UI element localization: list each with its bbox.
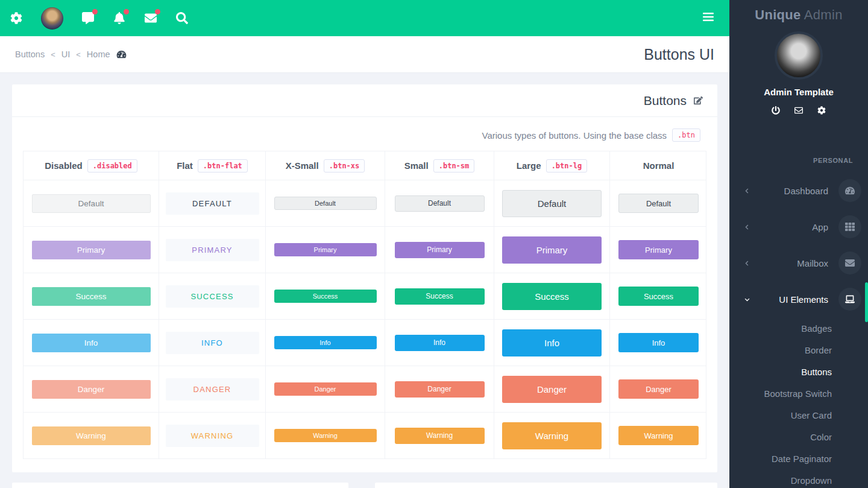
info-disabled-button: Info bbox=[32, 334, 151, 352]
user-avatar[interactable] bbox=[41, 7, 63, 30]
sidebar-menu: DashboardAppMailboxUI Elements bbox=[729, 173, 868, 317]
primary-lg-button[interactable]: Primary bbox=[502, 236, 602, 264]
cell-danger-disabled: Danger bbox=[24, 366, 159, 412]
laptop-icon bbox=[838, 288, 861, 311]
sidebar-item-dashboard[interactable]: Dashboard bbox=[729, 173, 868, 209]
cell-success-flat: Success bbox=[159, 273, 266, 319]
primary-normal-button[interactable]: Primary bbox=[618, 240, 699, 259]
default-flat-button[interactable]: Default bbox=[166, 192, 259, 215]
danger-lg-button[interactable]: Danger bbox=[502, 376, 602, 403]
sidebar-subitem-badges[interactable]: Badges bbox=[729, 317, 868, 339]
success-flat-button[interactable]: Success bbox=[166, 285, 259, 308]
topbar-left-icons bbox=[10, 7, 198, 30]
warning-normal-button[interactable]: Warning bbox=[618, 426, 699, 445]
success-lg-button[interactable]: Success bbox=[502, 283, 602, 310]
info-flat-button[interactable]: Info bbox=[166, 332, 259, 354]
info-lg-button[interactable]: Info bbox=[502, 329, 602, 356]
danger-sm-button[interactable]: Danger bbox=[395, 381, 485, 398]
warning-flat-button[interactable]: Warning bbox=[166, 425, 259, 447]
class-code-chip: .disabled bbox=[87, 159, 137, 173]
gear-icon[interactable] bbox=[10, 11, 23, 25]
breadcrumb-item-buttons[interactable]: Buttons bbox=[15, 49, 45, 59]
main-area: Buttons < UI < Home Buttons UI Buttons V… bbox=[0, 0, 729, 488]
warning-lg-button[interactable]: Warning bbox=[502, 422, 602, 449]
column-header-label: X-Small bbox=[286, 160, 319, 171]
sidebar-scrollbar-thumb[interactable] bbox=[865, 282, 868, 322]
sidebar-subitem-color[interactable]: Color bbox=[729, 426, 868, 448]
sidebar: Unique Admin Admin Template PERSONAL Das… bbox=[729, 0, 868, 488]
cell-warning-flat: Warning bbox=[159, 413, 266, 458]
warning-sm-button[interactable]: Warning bbox=[395, 428, 485, 444]
cell-warning-xs: Warning bbox=[266, 413, 385, 458]
sidebar-item-ui-elements[interactable]: UI Elements bbox=[729, 281, 868, 317]
table-row-default: DefaultDefaultDefaultDefaultDefaultDefau… bbox=[24, 180, 706, 226]
search-icon[interactable] bbox=[175, 11, 189, 25]
class-code-chip: .btn-flat bbox=[198, 159, 248, 173]
default-xs-button[interactable]: Default bbox=[274, 197, 377, 210]
edit-icon[interactable] bbox=[694, 96, 703, 105]
danger-flat-button[interactable]: Danger bbox=[166, 378, 259, 401]
gear-icon[interactable] bbox=[817, 106, 826, 115]
table-row-warning: WarningWarningWarningWarningWarningWarni… bbox=[24, 412, 706, 458]
sidebar-subitem-buttons[interactable]: Buttons bbox=[729, 361, 868, 382]
profile-avatar[interactable] bbox=[775, 31, 823, 80]
success-disabled-button: Success bbox=[32, 287, 151, 306]
sidebar-subitem-border[interactable]: Border bbox=[729, 339, 868, 361]
chevron-left-icon bbox=[744, 260, 750, 267]
column-header-label: Flat bbox=[177, 160, 193, 171]
buttons-table: Disabled.disabledFlat.btn-flatX-Small.bt… bbox=[23, 151, 706, 459]
cell-danger-xs: Danger bbox=[266, 366, 385, 412]
profile-actions bbox=[729, 106, 868, 115]
info-xs-button[interactable]: Info bbox=[274, 336, 377, 349]
cell-info-flat: Info bbox=[159, 320, 266, 366]
success-normal-button[interactable]: Success bbox=[618, 287, 699, 306]
sidebar-submenu: BadgesBorderButtonsBootstrap SwitchUser … bbox=[729, 317, 868, 488]
info-sm-button[interactable]: Info bbox=[395, 335, 485, 351]
cell-warning-lg: Warning bbox=[494, 413, 610, 458]
danger-normal-button[interactable]: Danger bbox=[618, 379, 699, 399]
cell-info-normal: Info bbox=[610, 320, 707, 366]
primary-flat-button[interactable]: Primary bbox=[166, 239, 259, 261]
card-description: Various types of buttons. Using the base… bbox=[482, 130, 667, 141]
brand-light: Admin bbox=[804, 7, 843, 22]
success-sm-button[interactable]: Success bbox=[395, 288, 485, 305]
mail-icon[interactable] bbox=[144, 11, 157, 25]
sidebar-subitem-dropdown[interactable]: Dropdown bbox=[729, 469, 868, 488]
default-lg-button[interactable]: Default bbox=[502, 190, 602, 217]
sidebar-item-mailbox[interactable]: Mailbox bbox=[729, 245, 868, 281]
warning-xs-button[interactable]: Warning bbox=[274, 429, 377, 442]
cell-danger-normal: Danger bbox=[610, 366, 707, 412]
card-title: Buttons bbox=[644, 93, 687, 108]
table-row-info: InfoInfoInfoInfoInfoInfo bbox=[24, 319, 706, 366]
brand: Unique Admin bbox=[729, 0, 868, 23]
mail-icon[interactable] bbox=[794, 106, 803, 115]
cell-danger-sm: Danger bbox=[385, 366, 494, 412]
cell-success-sm: Success bbox=[385, 273, 494, 319]
primary-xs-button[interactable]: Primary bbox=[274, 243, 377, 256]
sidebar-subitem-user-card[interactable]: User Card bbox=[729, 404, 868, 426]
sidebar-item-app[interactable]: App bbox=[729, 209, 868, 245]
info-normal-button[interactable]: Info bbox=[618, 333, 699, 352]
next-row-cards bbox=[12, 483, 717, 488]
danger-xs-button[interactable]: Danger bbox=[274, 382, 377, 396]
default-normal-button[interactable]: Default bbox=[618, 194, 699, 213]
default-sm-button[interactable]: Default bbox=[395, 195, 485, 212]
breadcrumb-item-home[interactable]: Home bbox=[87, 49, 110, 59]
column-header-flat: Flat.btn-flat bbox=[159, 151, 266, 180]
bell-icon[interactable] bbox=[113, 11, 126, 25]
sidebar-subitem-bootstrap-switch[interactable]: Bootstrap Switch bbox=[729, 382, 868, 404]
chat-icon[interactable] bbox=[81, 11, 95, 25]
power-icon[interactable] bbox=[772, 106, 780, 115]
column-header-x-small: X-Small.btn-xs bbox=[266, 151, 385, 180]
cell-info-xs: Info bbox=[266, 320, 385, 366]
cell-warning-disabled: Warning bbox=[24, 413, 159, 458]
hamburger-icon[interactable] bbox=[703, 13, 714, 24]
primary-sm-button[interactable]: Primary bbox=[395, 242, 485, 258]
column-header-label: Normal bbox=[643, 160, 675, 171]
success-xs-button[interactable]: Success bbox=[274, 290, 377, 303]
breadcrumb-item-ui[interactable]: UI bbox=[61, 49, 71, 59]
sidebar-subitem-date-paginator[interactable]: Date Paginator bbox=[729, 448, 868, 469]
table-row-primary: PrimaryPrimaryPrimaryPrimaryPrimaryPrima… bbox=[24, 226, 706, 273]
class-code-chip: .btn-lg bbox=[546, 159, 588, 173]
table-header-row: Disabled.disabledFlat.btn-flatX-Small.bt… bbox=[24, 151, 706, 180]
